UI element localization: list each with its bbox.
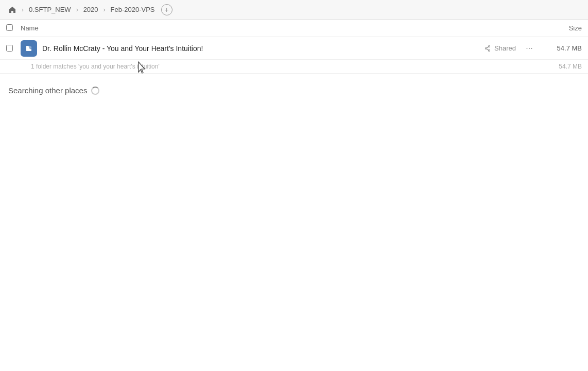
- searching-section: Searching other places: [0, 74, 588, 101]
- searching-label: Searching other places: [8, 86, 582, 95]
- folder-share-icon: [25, 44, 33, 53]
- select-all-checkbox[interactable]: [6, 24, 16, 32]
- shared-label: Shared: [494, 44, 516, 52]
- breadcrumb-sep-1: ›: [22, 6, 24, 13]
- breadcrumb-sep-2: ›: [76, 6, 78, 13]
- svg-point-5: [489, 45, 490, 47]
- breadcrumb-item-2[interactable]: Feb-2020-VPS: [109, 5, 157, 14]
- breadcrumb-sep-3: ›: [103, 6, 106, 13]
- file-name: Dr. Rollin McCraty - You and Your Heart'…: [42, 44, 484, 53]
- summary-text: 1 folder matches 'you and your heart's i…: [31, 63, 541, 70]
- svg-line-9: [487, 48, 488, 49]
- shared-badge: Shared: [484, 44, 516, 52]
- table-row[interactable]: Dr. Rollin McCraty - You and Your Heart'…: [0, 37, 588, 60]
- summary-row: 1 folder matches 'you and your heart's i…: [0, 60, 588, 74]
- name-column-header: Name: [21, 24, 541, 32]
- searching-text: Searching other places: [8, 86, 87, 95]
- loading-spinner: [91, 87, 99, 95]
- select-all-input[interactable]: [6, 24, 13, 31]
- file-icon-wrap: [21, 40, 37, 57]
- breadcrumb-item-0[interactable]: 0.SFTP_NEW: [27, 5, 73, 14]
- breadcrumb-bar: › 0.SFTP_NEW › 2020 › Feb-2020-VPS +: [0, 0, 588, 20]
- add-breadcrumb-button[interactable]: +: [161, 4, 172, 15]
- summary-size: 54.7 MB: [541, 63, 582, 70]
- more-options-button[interactable]: ···: [522, 41, 537, 56]
- row-checkbox-input[interactable]: [6, 45, 13, 52]
- home-button[interactable]: [6, 4, 19, 16]
- share-icon: [484, 45, 491, 52]
- svg-line-8: [487, 46, 488, 47]
- column-header: Name Size: [0, 20, 588, 37]
- svg-point-7: [489, 49, 490, 51]
- home-icon: [8, 6, 16, 14]
- row-checkbox[interactable]: [6, 45, 16, 52]
- file-size: 54.7 MB: [541, 44, 582, 52]
- size-column-header: Size: [541, 24, 582, 32]
- breadcrumb-item-1[interactable]: 2020: [81, 5, 100, 14]
- svg-point-6: [486, 47, 487, 49]
